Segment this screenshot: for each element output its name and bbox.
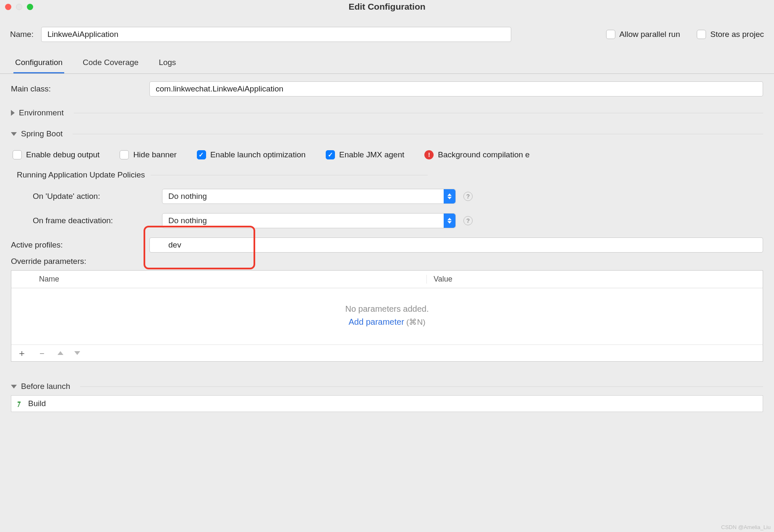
before-launch-item-build[interactable]: Build xyxy=(11,395,763,412)
column-value-header[interactable]: Value xyxy=(427,275,763,284)
before-launch-section[interactable]: Before launch xyxy=(11,382,763,391)
spring-boot-section[interactable]: Spring Boot xyxy=(11,129,763,138)
allow-parallel-run-label: Allow parallel run xyxy=(620,30,680,39)
environment-label: Environment xyxy=(19,108,64,117)
on-frame-deactivation-label: On frame deactivation: xyxy=(33,216,154,225)
hide-banner-label: Hide banner xyxy=(133,150,177,159)
allow-parallel-run-checkbox[interactable]: Allow parallel run xyxy=(606,30,680,39)
close-icon[interactable] xyxy=(5,4,11,10)
on-update-action-value: Do nothing xyxy=(168,192,207,201)
separator xyxy=(73,134,763,134)
checkbox-checked-icon xyxy=(197,150,206,159)
separator xyxy=(74,113,763,113)
on-update-action-select[interactable]: Do nothing xyxy=(162,189,456,204)
before-launch-label: Before launch xyxy=(21,382,70,391)
on-frame-deactivation-select[interactable]: Do nothing xyxy=(162,213,456,228)
spring-boot-label: Spring Boot xyxy=(21,129,63,138)
enable-jmx-agent-label: Enable JMX agent xyxy=(339,150,404,159)
checkbox-checked-icon xyxy=(326,150,335,159)
no-parameters-hint: No parameters added. xyxy=(11,304,763,314)
tab-code-coverage[interactable]: Code Coverage xyxy=(81,52,140,73)
on-update-action-label: On 'Update' action: xyxy=(33,192,154,201)
add-button[interactable]: ＋ xyxy=(17,347,26,360)
override-parameters-table: Name Value No parameters added. Add para… xyxy=(11,270,763,362)
background-compilation-label: Background compilation e xyxy=(438,150,530,159)
add-parameter-shortcut: (⌘N) xyxy=(404,318,426,326)
error-icon: ! xyxy=(424,150,434,159)
window-title: Edit Configuration xyxy=(0,2,774,12)
enable-launch-optimization-checkbox[interactable]: Enable launch optimization xyxy=(197,150,306,159)
chevron-down-icon xyxy=(11,385,17,389)
store-as-project-checkbox[interactable]: Store as projec xyxy=(697,30,764,39)
main-class-label: Main class: xyxy=(11,84,149,94)
name-label: Name: xyxy=(10,30,34,39)
chevron-right-icon xyxy=(11,110,15,116)
checkbox-icon xyxy=(606,30,615,39)
help-icon[interactable]: ? xyxy=(463,216,473,225)
add-parameter-link[interactable]: Add parameter xyxy=(349,317,404,326)
stepper-icon xyxy=(444,189,455,203)
separator xyxy=(151,175,428,175)
stepper-icon xyxy=(444,214,455,228)
tab-configuration[interactable]: Configuration xyxy=(13,52,64,73)
enable-debug-output-label: Enable debug output xyxy=(26,150,99,159)
enable-jmx-agent-checkbox[interactable]: Enable JMX agent xyxy=(326,150,404,159)
on-frame-deactivation-value: Do nothing xyxy=(168,216,207,225)
minimize-icon xyxy=(16,4,22,10)
chevron-down-icon xyxy=(11,132,17,136)
hammer-icon xyxy=(16,400,24,407)
zoom-icon[interactable] xyxy=(27,4,33,10)
checkbox-icon xyxy=(697,30,706,39)
update-policies-title: Running Application Update Policies xyxy=(17,170,145,180)
move-up-button xyxy=(58,351,63,355)
move-down-button xyxy=(74,351,80,355)
before-launch-item-label: Build xyxy=(28,399,46,408)
active-profiles-label: Active profiles: xyxy=(11,240,103,250)
active-profiles-input[interactable] xyxy=(149,237,763,253)
store-as-project-label: Store as projec xyxy=(710,30,764,39)
tab-logs[interactable]: Logs xyxy=(157,52,178,73)
name-input[interactable] xyxy=(41,27,511,42)
main-class-input[interactable] xyxy=(149,81,763,96)
remove-button: － xyxy=(37,347,47,360)
column-name-header[interactable]: Name xyxy=(32,275,427,284)
checkbox-icon xyxy=(13,150,22,159)
hide-banner-checkbox[interactable]: Hide banner xyxy=(120,150,177,159)
separator xyxy=(80,386,763,387)
enable-debug-output-checkbox[interactable]: Enable debug output xyxy=(13,150,99,159)
help-icon[interactable]: ? xyxy=(463,192,473,201)
checkbox-icon xyxy=(120,150,129,159)
override-parameters-label: Override parameters: xyxy=(11,257,86,266)
environment-section[interactable]: Environment xyxy=(11,108,763,117)
enable-launch-optimization-label: Enable launch optimization xyxy=(210,150,306,159)
